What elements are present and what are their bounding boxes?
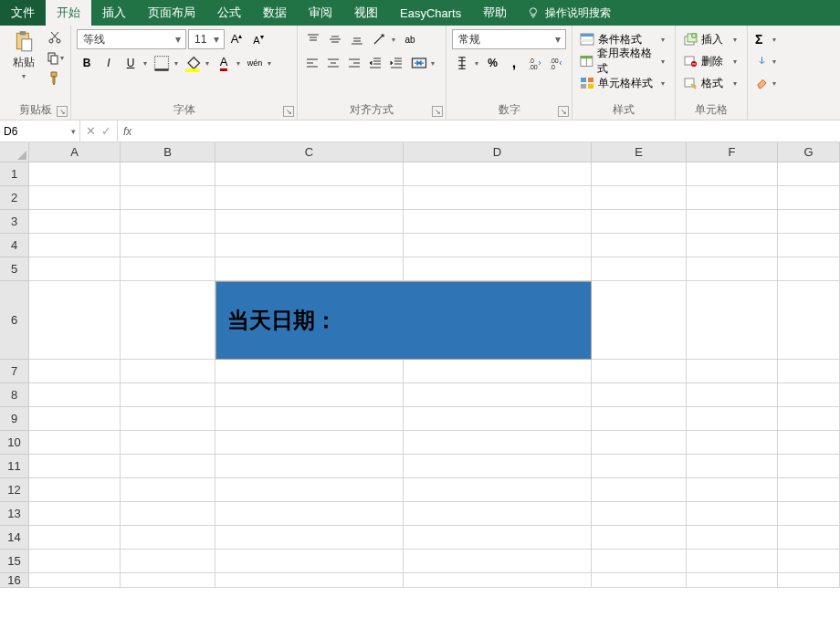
column-header[interactable]: E [592, 142, 687, 162]
cell[interactable] [592, 478, 687, 502]
cell[interactable] [121, 407, 215, 431]
enter-formula-button[interactable]: ✓ [101, 124, 111, 138]
row-header[interactable]: 16 [0, 573, 29, 588]
column-header[interactable]: C [215, 142, 404, 162]
accounting-format-button[interactable]: ▾ [452, 53, 481, 73]
cell[interactable] [121, 257, 215, 281]
cell[interactable] [687, 550, 778, 573]
cell[interactable] [121, 550, 215, 573]
cell[interactable] [215, 502, 404, 526]
cell[interactable] [592, 502, 687, 526]
select-all-corner[interactable] [0, 142, 29, 162]
bold-button[interactable]: B [77, 53, 97, 73]
merge-center-button[interactable]: ▾ [407, 53, 440, 73]
tab-page-layout[interactable]: 页面布局 [137, 0, 206, 26]
cell[interactable] [592, 526, 687, 550]
cell[interactable] [29, 431, 121, 455]
decrease-decimal-button[interactable]: .00.0 [547, 53, 566, 73]
cell[interactable] [592, 431, 687, 455]
cell[interactable] [215, 234, 404, 257]
column-header[interactable]: D [404, 142, 592, 162]
cell[interactable] [404, 210, 592, 234]
clear-button[interactable]: ▾ [753, 73, 781, 93]
cell[interactable] [778, 383, 840, 407]
cell[interactable] [29, 281, 121, 360]
cut-button[interactable] [46, 29, 64, 46]
column-header[interactable]: A [29, 142, 121, 162]
autosum-button[interactable]: Σ▾ [753, 29, 781, 49]
cell[interactable] [592, 573, 687, 588]
font-size-combo[interactable]: 11▾ [188, 29, 225, 49]
cell[interactable] [215, 526, 404, 550]
format-as-table-button[interactable]: 套用表格格式▾ [578, 51, 669, 71]
cell[interactable] [29, 573, 121, 588]
clipboard-dialog-launcher[interactable] [57, 106, 68, 117]
cell[interactable] [687, 234, 778, 257]
cell[interactable] [29, 210, 121, 234]
tell-me-search[interactable]: 操作说明搜索 [518, 0, 620, 26]
cell[interactable] [215, 455, 404, 478]
tab-review[interactable]: 审阅 [298, 0, 343, 26]
percent-button[interactable]: % [483, 53, 502, 73]
cell[interactable] [29, 526, 121, 550]
cell[interactable] [592, 407, 687, 431]
align-middle-button[interactable] [325, 29, 345, 49]
cell[interactable] [404, 550, 592, 573]
cell[interactable] [121, 502, 215, 526]
fill-button[interactable]: ▾ [753, 51, 781, 71]
spreadsheet-grid[interactable]: ABCDEFG 12345678910111213141516 当天日期： [0, 142, 840, 639]
tab-insert[interactable]: 插入 [91, 0, 137, 26]
row-header[interactable]: 15 [0, 550, 29, 573]
cell[interactable] [778, 281, 840, 360]
cell[interactable] [215, 431, 404, 455]
align-bottom-button[interactable] [347, 29, 367, 49]
cell[interactable] [687, 526, 778, 550]
row-header[interactable]: 9 [0, 407, 29, 431]
cell[interactable] [778, 550, 840, 573]
cell[interactable] [687, 478, 778, 502]
cell[interactable] [687, 360, 778, 383]
cell[interactable] [404, 257, 592, 281]
cell[interactable] [592, 210, 687, 234]
fill-color-button[interactable]: ▾ [183, 53, 212, 73]
cell[interactable] [687, 210, 778, 234]
cell[interactable] [778, 407, 840, 431]
cell[interactable] [121, 455, 215, 478]
decrease-indent-button[interactable] [365, 53, 384, 73]
cell[interactable] [29, 550, 121, 573]
cell[interactable] [215, 383, 404, 407]
cell[interactable] [121, 210, 215, 234]
cell[interactable] [215, 407, 404, 431]
copy-button[interactable]: ▾ [46, 49, 64, 66]
cell[interactable] [215, 360, 404, 383]
cell[interactable] [215, 550, 404, 573]
cell[interactable] [29, 162, 121, 186]
cell[interactable] [29, 383, 121, 407]
phonetic-button[interactable]: wén▾ [245, 53, 274, 73]
column-header[interactable]: F [687, 142, 778, 162]
row-header[interactable]: 11 [0, 455, 29, 478]
cell[interactable] [29, 186, 121, 210]
font-name-combo[interactable]: 等线▾ [77, 29, 186, 49]
underline-button[interactable]: U▾ [121, 53, 150, 73]
fx-label[interactable]: fx [118, 120, 137, 141]
insert-cells-button[interactable]: 插入▾ [681, 29, 741, 49]
cell[interactable] [404, 573, 592, 588]
font-color-button[interactable]: A▾ [214, 53, 243, 73]
cell[interactable] [404, 383, 592, 407]
cell[interactable] [592, 281, 687, 360]
row-header[interactable]: 8 [0, 383, 29, 407]
cell[interactable] [29, 360, 121, 383]
cell[interactable] [121, 281, 215, 360]
cell[interactable] [592, 550, 687, 573]
formula-input[interactable] [137, 120, 840, 141]
cell[interactable] [121, 478, 215, 502]
cell[interactable] [687, 257, 778, 281]
cell[interactable] [404, 162, 592, 186]
tab-view[interactable]: 视图 [343, 0, 389, 26]
cell[interactable] [592, 162, 687, 186]
orientation-button[interactable]: ▾ [369, 29, 398, 49]
cell[interactable] [121, 234, 215, 257]
tab-help[interactable]: 帮助 [472, 0, 518, 26]
cell[interactable] [29, 478, 121, 502]
